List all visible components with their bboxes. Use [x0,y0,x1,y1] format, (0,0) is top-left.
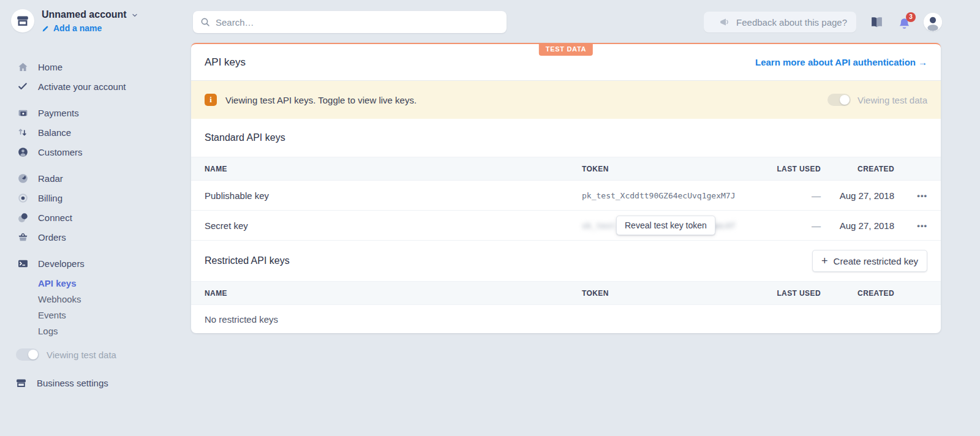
sidebar-item-radar[interactable]: Radar [0,170,191,186]
sidebar-item-home[interactable]: Home [0,59,191,75]
restricted-keys-table-header: NAME TOKEN LAST USED CREATED [191,281,941,305]
sidebar-item-payments[interactable]: Payments [0,105,191,121]
restricted-keys-heading: Restricted API keys [205,255,290,266]
book-icon [870,16,884,29]
feedback-button[interactable]: Feedback about this page? [704,12,856,32]
account-switcher[interactable]: Unnamed account [42,9,138,20]
sidebar-item-activate-account[interactable]: Activate your account [0,78,191,94]
nav-label: Connect [38,212,72,223]
standard-keys-heading: Standard API keys [205,132,285,143]
nav-label: Business settings [37,378,108,388]
nav-label: Billing [38,193,62,203]
storefront-icon [17,15,29,27]
nav-label: Customers [38,147,83,157]
notice-toggle-label: Viewing test data [858,95,927,105]
nav-label: Developers [38,258,85,269]
create-restricted-key-button[interactable]: + Create restricted key [812,250,927,272]
terminal-icon [17,258,28,268]
key-last-used: — [775,190,821,201]
sidebar-item-developers[interactable]: Developers [0,255,191,271]
notice-text: Viewing test API keys. Toggle to view li… [225,95,417,105]
key-last-used: — [775,220,821,231]
key-name: Publishable key [205,190,582,201]
balance-icon [17,127,28,137]
notification-badge: 3 [906,12,916,22]
sidebar-item-business-settings[interactable]: Business settings [16,378,191,388]
search-icon [200,17,210,27]
sidebar-item-events[interactable]: Events [0,307,191,323]
api-keys-panel: TEST DATA API keys Learn more about API … [191,43,941,333]
docs-button[interactable] [870,16,884,29]
search-input[interactable] [216,17,499,28]
add-name-link[interactable]: Add a name [42,23,138,33]
table-row-secret-key: Secret key sk_test_hGJkltRx29aZObbVtTSqm… [191,211,941,241]
sidebar-item-logs[interactable]: Logs [0,323,191,339]
account-avatar[interactable] [11,9,34,32]
storefront-icon [16,378,27,388]
nav-label: Balance [38,127,71,138]
column-name: NAME [205,289,582,298]
sub-link-label: Events [38,310,66,320]
nav-label: Radar [38,173,63,184]
sidebar-item-customers[interactable]: Customers [0,144,191,160]
check-icon [17,81,28,91]
viewing-test-data-toggle[interactable] [827,94,851,106]
column-token: TOKEN [582,165,775,173]
sidebar-item-api-keys[interactable]: API keys [0,275,191,291]
key-created: Aug 27, 2018 [821,220,894,231]
notifications-button[interactable]: 3 [897,15,911,29]
nav-label: Orders [38,232,66,242]
avatar-icon [924,13,942,31]
user-menu-button[interactable] [924,13,942,31]
nav-label: Activate your account [38,81,126,92]
megaphone-icon [719,17,730,27]
pencil-icon [42,24,53,32]
column-created: CREATED [821,289,894,298]
home-icon [17,62,28,72]
learn-more-link[interactable]: Learn more about API authentication→ [755,57,927,67]
topbar: Feedback about this page? 3 [191,0,980,44]
account-name: Unnamed account [42,9,127,20]
learn-more-label: Learn more about API authentication [755,57,916,67]
sidebar-item-billing[interactable]: Billing [0,190,191,206]
no-restricted-keys-row: No restricted keys [191,305,941,333]
column-name: NAME [205,165,582,173]
sidebar-item-orders[interactable]: Orders [0,229,191,245]
search-box[interactable] [193,11,507,33]
plus-icon: + [821,255,828,266]
toggle-label: Viewing test data [47,350,116,360]
column-token: TOKEN [582,289,775,298]
nav-label: Payments [38,108,79,118]
billing-icon [17,193,28,203]
row-overflow-menu[interactable]: ••• [894,221,927,230]
row-overflow-menu[interactable]: ••• [894,191,927,200]
sidebar-item-connect[interactable]: Connect [0,209,191,225]
key-name: Secret key [205,220,582,231]
sidebar-nav: Home Activate your account Payments Bala… [0,59,191,388]
test-keys-notice: i Viewing test API keys. Toggle to view … [191,81,941,119]
sub-link-label: Webhooks [38,294,81,304]
add-name-label: Add a name [53,23,102,33]
customers-icon [17,147,28,157]
reveal-test-key-button[interactable]: Reveal test key token [616,216,715,235]
orders-icon [17,232,28,242]
chevron-down-icon [131,12,138,19]
sub-link-label: API keys [38,278,77,288]
sidebar: Unnamed account Add a name Home [0,0,191,436]
column-created: CREATED [821,165,894,173]
arrow-right-icon: → [918,57,927,67]
radar-icon [17,173,28,183]
sidebar-item-balance[interactable]: Balance [0,124,191,140]
key-token: pk_test_Xcddtt90GZ64ecUvq1gexM7J [582,191,775,200]
test-data-badge: TEST DATA [539,43,593,56]
standard-keys-table-header: NAME TOKEN LAST USED CREATED [191,157,941,181]
column-last-used: LAST USED [775,289,821,298]
column-last-used: LAST USED [775,165,821,173]
info-icon: i [205,94,217,106]
sidebar-item-webhooks[interactable]: Webhooks [0,291,191,307]
toggle-switch[interactable] [16,348,39,361]
payments-icon [17,108,28,118]
page-title: API keys [205,56,246,69]
test-data-toggle[interactable]: Viewing test data [16,348,191,361]
account-header: Unnamed account Add a name [11,9,138,33]
